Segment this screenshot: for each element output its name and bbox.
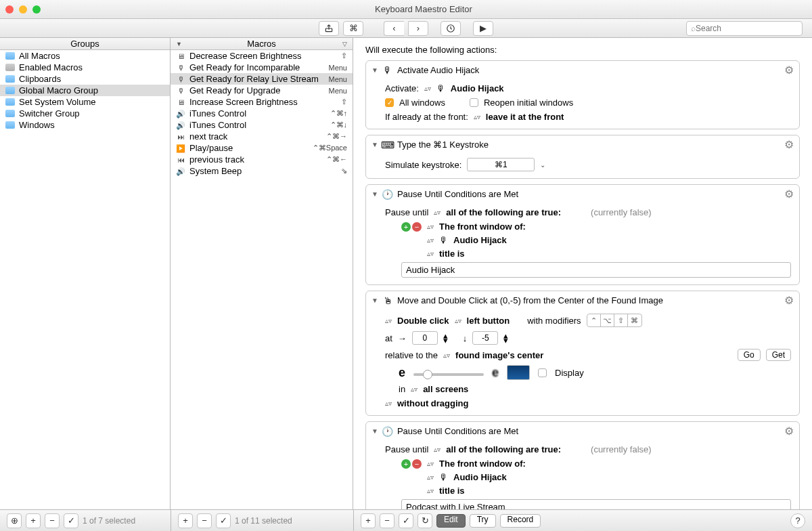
remove-condition-button[interactable]: − — [412, 459, 422, 469]
macro-item[interactable]: ⏭next track⌃⌘→ — [171, 131, 353, 142]
stepper-icon[interactable]: ▵▿ — [443, 352, 450, 359]
close-icon[interactable] — [5, 5, 14, 14]
remove-action-button[interactable]: − — [380, 513, 394, 528]
forward-button[interactable]: › — [408, 21, 428, 36]
group-item[interactable]: All Macros — [0, 50, 170, 62]
gear-icon[interactable]: ⚙ — [784, 64, 794, 77]
help-button[interactable]: ? — [790, 513, 805, 528]
macro-item[interactable]: ⏮previous track⌃⌘← — [171, 154, 353, 165]
opt-mod-icon[interactable]: ⌥ — [601, 314, 614, 326]
macro-item[interactable]: 🖥Decrease Screen Brightness⇧ — [171, 50, 353, 62]
group-item[interactable]: Global Macro Group — [0, 85, 170, 96]
ctrl-mod-icon[interactable]: ⌃ — [587, 314, 601, 326]
history-button[interactable] — [441, 21, 461, 36]
group-item[interactable]: Enabled Macros — [0, 62, 170, 73]
chevron-down-icon[interactable]: ▼ — [371, 66, 378, 74]
front-label: If already at the front: — [385, 112, 468, 122]
run-button[interactable]: ▶ — [473, 21, 493, 36]
simulate-label: Simulate keystroke: — [385, 160, 461, 170]
macro-item[interactable]: 🎙Get Ready for IncomparableMenu — [171, 62, 353, 73]
stepper-icon[interactable]: ▵▿ — [427, 236, 434, 244]
record-button[interactable]: Record — [500, 514, 541, 528]
y-field[interactable] — [472, 331, 498, 345]
keystroke-field[interactable]: ⌘1 — [467, 158, 535, 171]
stepper-icon[interactable]: ▵▿ — [434, 446, 441, 453]
macro-item[interactable]: 🖥Increase Screen Brightness⇧ — [171, 96, 353, 108]
macro-item[interactable]: 🎙Get Ready for UpgradeMenu — [171, 85, 353, 96]
modifier-buttons[interactable]: ⌃ ⌥ ⇧ ⌘ — [587, 314, 642, 327]
back-button[interactable]: ‹ — [384, 21, 404, 36]
group-item[interactable]: Windows — [0, 119, 170, 131]
title-value-input[interactable] — [401, 262, 791, 278]
sort-alt-icon[interactable]: ▽ — [342, 41, 347, 47]
gear-icon[interactable]: ⚙ — [784, 425, 794, 438]
stepper-icon[interactable]: ▵▿ — [411, 385, 418, 393]
remove-macro-button[interactable]: − — [197, 513, 212, 528]
toggle-action-button[interactable]: ✓ — [399, 513, 413, 528]
stepper-icon[interactable]: ▵▿ — [434, 209, 441, 216]
stepper-icon[interactable]: ▵▿ — [427, 473, 434, 481]
fuzz-slider[interactable] — [413, 373, 484, 376]
chevron-down-icon[interactable]: ▼ — [371, 427, 378, 435]
stepper-icon[interactable]: ▵▿ — [427, 250, 434, 257]
macro-item[interactable]: 🔊iTunes Control⌃⌘↑ — [171, 108, 353, 119]
cmd-mod-icon[interactable]: ⌘ — [628, 314, 641, 326]
sort-down-icon[interactable]: ▼ — [176, 41, 182, 47]
add-condition-button[interactable]: + — [401, 459, 411, 469]
get-button[interactable]: Get — [766, 349, 791, 361]
group-item[interactable]: Clipboards — [0, 73, 170, 85]
macro-item[interactable]: 🎙Get Ready for Relay Live StreamMenu — [171, 73, 353, 85]
history-action-button[interactable]: ↻ — [418, 513, 432, 528]
gear-icon[interactable]: ⚙ — [784, 188, 794, 200]
all-windows-checkbox[interactable]: ✓ — [385, 98, 394, 107]
add-group-button[interactable]: + — [26, 513, 41, 528]
go-button[interactable]: Go — [738, 349, 761, 361]
edit-button[interactable]: Edit — [436, 514, 466, 528]
stepper-icon[interactable]: ▵▿ — [427, 487, 434, 494]
remove-group-button[interactable]: − — [45, 513, 60, 528]
shift-mod-icon[interactable]: ⇧ — [614, 314, 628, 326]
chevron-down-icon[interactable]: ⌄ — [540, 161, 545, 169]
group-item[interactable]: Switcher Group — [0, 108, 170, 119]
reopen-checkbox[interactable] — [470, 98, 478, 107]
stepper-icon[interactable]: ▵▿ — [455, 317, 461, 324]
toggle-macro-button[interactable]: ✓ — [216, 513, 231, 528]
search-field[interactable]: ⌕ — [686, 21, 803, 36]
macro-item[interactable]: ▶️Play/pause⌃⌘Space — [171, 142, 353, 154]
gear-icon[interactable]: ⚙ — [784, 294, 794, 307]
stepper-icon[interactable]: ▵▿ — [427, 460, 434, 467]
x-stepper[interactable]: ▴▾ — [443, 333, 448, 343]
activate-label: Activate: — [385, 83, 419, 93]
try-button[interactable]: Try — [470, 514, 496, 528]
y-stepper[interactable]: ▴▾ — [503, 333, 508, 343]
remove-condition-button[interactable]: − — [412, 222, 422, 232]
chevron-down-icon[interactable]: ▼ — [371, 297, 378, 304]
search-input[interactable] — [696, 24, 798, 33]
title-value-input[interactable] — [401, 499, 791, 509]
condition-status: (currently false) — [591, 207, 652, 217]
display-checkbox[interactable] — [538, 368, 547, 377]
toggle-group-button[interactable]: ✓ — [64, 513, 78, 528]
stepper-icon[interactable]: ▵▿ — [385, 400, 392, 407]
add-action-button[interactable]: + — [361, 513, 376, 528]
chevron-down-icon[interactable]: ▼ — [371, 141, 378, 148]
folder-icon — [5, 87, 15, 94]
stepper-icon[interactable]: ▵▿ — [474, 113, 480, 121]
add-macro-button[interactable]: + — [178, 513, 193, 528]
target-button[interactable]: ⊕ — [7, 513, 22, 528]
share-button[interactable] — [319, 21, 339, 36]
add-condition-button[interactable]: + — [401, 222, 411, 232]
command-button[interactable]: ⌘ — [343, 21, 363, 36]
image-well[interactable] — [507, 365, 530, 380]
x-field[interactable] — [412, 331, 438, 345]
stepper-icon[interactable]: ▵▿ — [424, 85, 431, 92]
stepper-icon[interactable]: ▵▿ — [427, 223, 434, 230]
gear-icon[interactable]: ⚙ — [784, 138, 794, 151]
stepper-icon[interactable]: ▵▿ — [385, 317, 392, 324]
zoom-icon[interactable] — [32, 5, 41, 14]
macro-item[interactable]: 🔊System Beep⇘ — [171, 165, 353, 177]
minimize-icon[interactable] — [19, 5, 27, 14]
macro-item[interactable]: 🔊iTunes Control⌃⌘↓ — [171, 119, 353, 131]
group-item[interactable]: Set System Volume — [0, 96, 170, 108]
chevron-down-icon[interactable]: ▼ — [371, 190, 378, 198]
